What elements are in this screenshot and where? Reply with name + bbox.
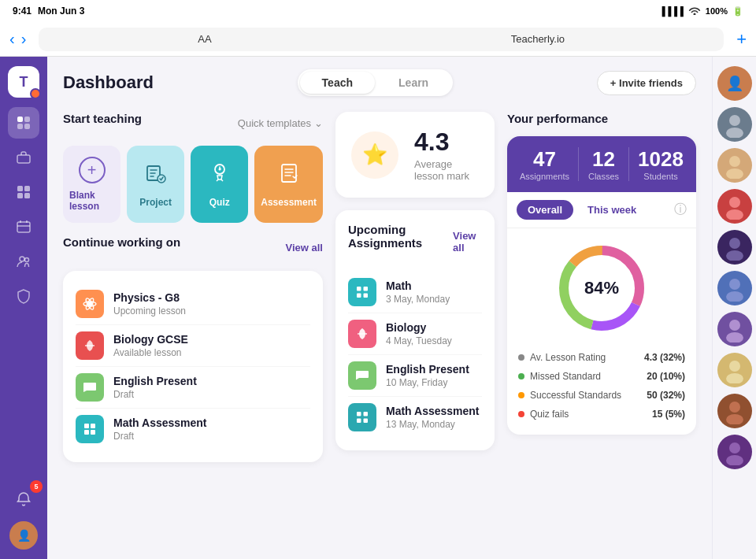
- average-mark-card: ⭐ 4.3 Average lesson mark: [335, 112, 495, 198]
- english-status: Draft: [113, 389, 197, 400]
- students-stat: 1028 Students: [638, 147, 684, 181]
- classes-stat: 12 Classes: [588, 147, 619, 181]
- sidebar: T 5 👤: [0, 57, 47, 559]
- english-icon: [76, 373, 104, 402]
- missed-standard-dot: [518, 373, 524, 379]
- svg-point-54: [729, 442, 740, 453]
- chevron-down-icon: ⌄: [314, 117, 323, 129]
- svg-rect-5: [17, 186, 23, 191]
- new-tab-button[interactable]: +: [736, 29, 747, 50]
- avatar-10[interactable]: [717, 435, 752, 469]
- invite-friends-button[interactable]: + Invite friends: [597, 71, 696, 95]
- sidebar-item-grid[interactable]: [8, 176, 39, 208]
- assignment-english[interactable]: English Present 10 May, Friday: [348, 355, 482, 397]
- avatar-5[interactable]: [717, 230, 752, 265]
- notifications-button[interactable]: 5: [8, 483, 39, 515]
- upcoming-assignments-card: Upcoming Assignments View all Math 3 May…: [335, 210, 495, 450]
- sidebar-item-calendar[interactable]: [8, 211, 39, 242]
- physics-icon: [76, 290, 104, 318]
- math-assessment-assignment-icon: [348, 403, 376, 431]
- header-row: Dashboard Teach Learn + Invite friends: [63, 69, 696, 96]
- avatar-8[interactable]: [717, 353, 752, 387]
- middle-column: ⭐ 4.3 Average lesson mark Upcoming Assig…: [335, 112, 495, 450]
- tab-this-week[interactable]: This week: [576, 200, 647, 220]
- svg-point-15: [218, 168, 220, 170]
- template-quiz[interactable]: Quiz: [191, 146, 248, 223]
- user-avatar[interactable]: 👤: [9, 521, 38, 550]
- math-assignment-icon: [348, 278, 376, 306]
- svg-rect-28: [364, 294, 369, 298]
- work-item-english[interactable]: English Present Draft: [76, 367, 310, 409]
- work-item-physics[interactable]: Physics - G8 Upcoming lesson: [76, 283, 310, 325]
- continue-view-all[interactable]: View all: [286, 242, 323, 254]
- sidebar-item-people[interactable]: [8, 246, 39, 277]
- project-label: Project: [139, 197, 172, 208]
- work-item-math[interactable]: Math Assessment Draft: [76, 409, 310, 450]
- avatar-4[interactable]: [717, 189, 752, 224]
- svg-point-47: [726, 291, 743, 302]
- aa-label[interactable]: AA: [198, 33, 211, 45]
- avatar-6[interactable]: [717, 271, 752, 305]
- assignment-math-assessment[interactable]: Math Assessment 13 May, Monday: [348, 397, 482, 438]
- math-assessment-assignment-name: Math Assessment: [386, 405, 480, 417]
- url-text: Teacherly.io: [511, 33, 565, 45]
- assignments-stat: 47 Assignments: [520, 147, 569, 181]
- svg-point-38: [729, 115, 740, 126]
- sidebar-item-briefcase[interactable]: [8, 142, 39, 173]
- svg-rect-25: [357, 287, 361, 291]
- svg-point-52: [729, 402, 740, 413]
- content-grid: Start teaching Quick templates ⌄ + Blank…: [63, 112, 696, 462]
- forward-button[interactable]: ›: [21, 30, 27, 48]
- math-assignment-name: Math: [386, 280, 450, 292]
- template-assessment[interactable]: Assessment: [254, 146, 323, 223]
- sidebar-item-shield[interactable]: [8, 280, 39, 312]
- svg-point-48: [729, 320, 740, 331]
- english-assignment-icon: [348, 361, 376, 390]
- tab-teach[interactable]: Teach: [300, 72, 375, 94]
- svg-rect-9: [17, 222, 30, 232]
- avatar-9[interactable]: [717, 394, 752, 428]
- tab-learn[interactable]: Learn: [376, 72, 450, 94]
- avatar-2[interactable]: [717, 107, 752, 142]
- math-draft-status: Draft: [113, 431, 207, 442]
- stats-list: Av. Lesson Rating 4.3 (32%) Missed Stand…: [507, 348, 696, 435]
- url-bar[interactable]: AA Teacherly.io: [39, 28, 724, 51]
- assignment-biology[interactable]: Biology 4 May, Tuesday: [348, 313, 482, 355]
- lesson-rating-label: Av. Lesson Rating: [530, 352, 606, 363]
- avatar-1[interactable]: 👤: [717, 66, 752, 101]
- battery-icon: 🔋: [732, 6, 743, 17]
- svg-rect-21: [84, 424, 89, 428]
- math-assessment-assignment-date: 13 May, Monday: [386, 419, 480, 430]
- svg-rect-29: [357, 412, 361, 416]
- template-cards: + Blank lesson: [63, 146, 323, 223]
- info-icon[interactable]: ⓘ: [674, 202, 687, 218]
- browser-nav[interactable]: ‹ ›: [9, 30, 26, 48]
- missed-standard-value: 20 (10%): [647, 371, 685, 382]
- svg-rect-0: [17, 117, 23, 122]
- performance-title: Your performance: [507, 112, 696, 125]
- template-project[interactable]: Project: [127, 146, 184, 223]
- performance-card: 47 Assignments 12 Classes 1028 Students: [507, 136, 696, 435]
- donut-percentage: 84%: [584, 278, 619, 298]
- successful-standards-label: Successful Standards: [530, 390, 621, 401]
- templates-header: Start teaching Quick templates ⌄: [63, 112, 323, 135]
- quick-templates-label[interactable]: Quick templates ⌄: [238, 117, 323, 129]
- work-item-biology[interactable]: Biology GCSE Available lesson: [76, 325, 310, 367]
- svg-point-10: [20, 257, 24, 261]
- page-title: Dashboard: [63, 72, 154, 93]
- sidebar-item-dashboard[interactable]: [8, 107, 39, 139]
- app-logo[interactable]: T: [8, 66, 39, 98]
- people-sidebar: 👤: [712, 57, 756, 559]
- assignment-math[interactable]: Math 3 May, Monday: [348, 272, 482, 313]
- biology-assignment-name: Biology: [386, 321, 452, 334]
- performance-header: 47 Assignments 12 Classes 1028 Students: [507, 136, 696, 192]
- time-display: 9:41: [13, 6, 32, 17]
- avatar-3[interactable]: [717, 148, 752, 183]
- performance-tabs: Overall This week ⓘ: [507, 192, 696, 228]
- tab-overall[interactable]: Overall: [517, 200, 573, 220]
- template-blank-lesson[interactable]: + Blank lesson: [63, 146, 120, 223]
- back-button[interactable]: ‹: [9, 30, 15, 48]
- svg-rect-6: [24, 186, 30, 191]
- avatar-7[interactable]: [717, 312, 752, 346]
- upcoming-view-all[interactable]: View all: [453, 230, 482, 254]
